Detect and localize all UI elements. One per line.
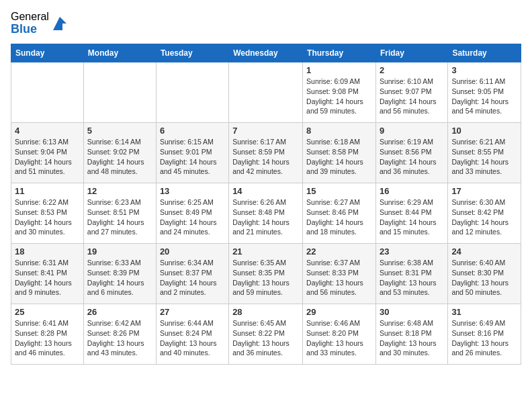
day-number: 26 xyxy=(87,307,152,317)
header-row: SundayMondayTuesdayWednesdayThursdayFrid… xyxy=(11,44,521,62)
calendar-cell xyxy=(83,62,156,123)
calendar-cell: 23Sunrise: 6:38 AMSunset: 8:31 PMDayligh… xyxy=(375,244,447,304)
calendar-table: SundayMondayTuesdayWednesdayThursdayFrid… xyxy=(11,44,521,365)
day-info: Sunrise: 6:46 AMSunset: 8:20 PMDaylight:… xyxy=(306,318,372,358)
column-header-wednesday: Wednesday xyxy=(229,44,303,62)
column-header-monday: Monday xyxy=(83,44,156,62)
day-info: Sunrise: 6:26 AMSunset: 8:48 PMDaylight:… xyxy=(232,197,299,237)
logo: General Blue xyxy=(11,11,69,36)
column-header-friday: Friday xyxy=(375,44,447,62)
calendar-cell: 24Sunrise: 6:40 AMSunset: 8:30 PMDayligh… xyxy=(448,244,521,304)
calendar-cell: 10Sunrise: 6:21 AMSunset: 8:55 PMDayligh… xyxy=(448,123,521,183)
day-number: 25 xyxy=(15,307,80,317)
day-info: Sunrise: 6:23 AMSunset: 8:51 PMDaylight:… xyxy=(87,197,152,237)
day-number: 18 xyxy=(15,246,80,257)
column-header-sunday: Sunday xyxy=(11,44,84,62)
day-number: 10 xyxy=(451,126,517,136)
day-number: 7 xyxy=(232,126,299,136)
day-number: 13 xyxy=(160,186,225,196)
calendar-cell xyxy=(11,62,84,123)
day-info: Sunrise: 6:34 AMSunset: 8:37 PMDaylight:… xyxy=(160,258,225,298)
day-info: Sunrise: 6:13 AMSunset: 9:04 PMDaylight:… xyxy=(15,137,80,177)
day-number: 12 xyxy=(87,186,152,196)
column-header-tuesday: Tuesday xyxy=(156,44,228,62)
day-number: 14 xyxy=(232,186,299,196)
week-row-1: 1Sunrise: 6:09 AMSunset: 9:08 PMDaylight… xyxy=(11,62,521,123)
calendar-cell xyxy=(156,62,228,123)
day-info: Sunrise: 6:33 AMSunset: 8:39 PMDaylight:… xyxy=(87,258,152,298)
day-number: 5 xyxy=(87,126,152,136)
day-info: Sunrise: 6:30 AMSunset: 8:42 PMDaylight:… xyxy=(451,197,517,237)
day-number: 15 xyxy=(306,186,372,196)
day-info: Sunrise: 6:19 AMSunset: 8:56 PMDaylight:… xyxy=(380,137,444,177)
day-number: 17 xyxy=(451,186,517,196)
calendar-cell: 15Sunrise: 6:27 AMSunset: 8:46 PMDayligh… xyxy=(303,183,376,244)
day-number: 3 xyxy=(451,65,517,75)
calendar-cell: 29Sunrise: 6:46 AMSunset: 8:20 PMDayligh… xyxy=(303,304,376,365)
day-number: 1 xyxy=(306,65,372,75)
calendar-cell: 1Sunrise: 6:09 AMSunset: 9:08 PMDaylight… xyxy=(303,62,376,123)
logo-icon xyxy=(50,14,69,33)
day-number: 22 xyxy=(306,246,372,257)
calendar-cell: 17Sunrise: 6:30 AMSunset: 8:42 PMDayligh… xyxy=(448,183,521,244)
calendar-cell: 21Sunrise: 6:35 AMSunset: 8:35 PMDayligh… xyxy=(229,244,303,304)
day-info: Sunrise: 6:35 AMSunset: 8:35 PMDaylight:… xyxy=(232,258,299,298)
day-number: 11 xyxy=(15,186,80,196)
day-info: Sunrise: 6:49 AMSunset: 8:16 PMDaylight:… xyxy=(451,318,517,358)
day-info: Sunrise: 6:17 AMSunset: 8:59 PMDaylight:… xyxy=(232,137,299,177)
calendar-cell: 8Sunrise: 6:18 AMSunset: 8:58 PMDaylight… xyxy=(303,123,376,183)
column-header-thursday: Thursday xyxy=(303,44,376,62)
day-info: Sunrise: 6:45 AMSunset: 8:22 PMDaylight:… xyxy=(232,318,299,358)
svg-marker-0 xyxy=(53,17,66,30)
day-number: 29 xyxy=(306,307,372,317)
day-info: Sunrise: 6:48 AMSunset: 8:18 PMDaylight:… xyxy=(380,318,444,358)
day-number: 30 xyxy=(380,307,444,317)
logo-blue: Blue xyxy=(11,23,49,36)
calendar-cell: 18Sunrise: 6:31 AMSunset: 8:41 PMDayligh… xyxy=(11,244,84,304)
day-number: 23 xyxy=(380,246,444,257)
day-number: 8 xyxy=(306,126,372,136)
day-info: Sunrise: 6:25 AMSunset: 8:49 PMDaylight:… xyxy=(160,197,225,237)
calendar-cell: 3Sunrise: 6:11 AMSunset: 9:05 PMDaylight… xyxy=(448,62,521,123)
calendar-cell: 26Sunrise: 6:42 AMSunset: 8:26 PMDayligh… xyxy=(83,304,156,365)
week-row-5: 25Sunrise: 6:41 AMSunset: 8:28 PMDayligh… xyxy=(11,304,521,365)
day-info: Sunrise: 6:15 AMSunset: 9:01 PMDaylight:… xyxy=(160,137,225,177)
day-number: 2 xyxy=(380,65,444,75)
day-info: Sunrise: 6:37 AMSunset: 8:33 PMDaylight:… xyxy=(306,258,372,298)
day-info: Sunrise: 6:27 AMSunset: 8:46 PMDaylight:… xyxy=(306,197,372,237)
calendar-cell: 9Sunrise: 6:19 AMSunset: 8:56 PMDaylight… xyxy=(375,123,447,183)
day-info: Sunrise: 6:11 AMSunset: 9:05 PMDaylight:… xyxy=(451,77,517,116)
day-info: Sunrise: 6:14 AMSunset: 9:02 PMDaylight:… xyxy=(87,137,152,177)
calendar-cell: 14Sunrise: 6:26 AMSunset: 8:48 PMDayligh… xyxy=(229,183,303,244)
day-info: Sunrise: 6:31 AMSunset: 8:41 PMDaylight:… xyxy=(15,258,80,298)
day-number: 9 xyxy=(380,126,444,136)
calendar-cell xyxy=(229,62,303,123)
column-header-saturday: Saturday xyxy=(448,44,521,62)
day-number: 16 xyxy=(380,186,444,196)
calendar-cell: 28Sunrise: 6:45 AMSunset: 8:22 PMDayligh… xyxy=(229,304,303,365)
calendar-cell: 20Sunrise: 6:34 AMSunset: 8:37 PMDayligh… xyxy=(156,244,228,304)
calendar-cell: 7Sunrise: 6:17 AMSunset: 8:59 PMDaylight… xyxy=(229,123,303,183)
calendar-cell: 2Sunrise: 6:10 AMSunset: 9:07 PMDaylight… xyxy=(375,62,447,123)
calendar-header: SundayMondayTuesdayWednesdayThursdayFrid… xyxy=(11,44,521,62)
calendar-cell: 25Sunrise: 6:41 AMSunset: 8:28 PMDayligh… xyxy=(11,304,84,365)
day-number: 20 xyxy=(160,246,225,257)
day-number: 31 xyxy=(451,307,517,317)
day-info: Sunrise: 6:40 AMSunset: 8:30 PMDaylight:… xyxy=(451,258,517,298)
day-info: Sunrise: 6:10 AMSunset: 9:07 PMDaylight:… xyxy=(380,77,444,116)
day-number: 27 xyxy=(160,307,225,317)
calendar-body: 1Sunrise: 6:09 AMSunset: 9:08 PMDaylight… xyxy=(11,62,521,365)
day-number: 6 xyxy=(160,126,225,136)
day-info: Sunrise: 6:44 AMSunset: 8:24 PMDaylight:… xyxy=(160,318,225,358)
calendar-cell: 19Sunrise: 6:33 AMSunset: 8:39 PMDayligh… xyxy=(83,244,156,304)
day-info: Sunrise: 6:21 AMSunset: 8:55 PMDaylight:… xyxy=(451,137,517,177)
day-info: Sunrise: 6:42 AMSunset: 8:26 PMDaylight:… xyxy=(87,318,152,358)
day-info: Sunrise: 6:29 AMSunset: 8:44 PMDaylight:… xyxy=(380,197,444,237)
calendar-cell: 12Sunrise: 6:23 AMSunset: 8:51 PMDayligh… xyxy=(83,183,156,244)
day-info: Sunrise: 6:18 AMSunset: 8:58 PMDaylight:… xyxy=(306,137,372,177)
day-number: 19 xyxy=(87,246,152,257)
day-number: 4 xyxy=(15,126,80,136)
calendar-cell: 11Sunrise: 6:22 AMSunset: 8:53 PMDayligh… xyxy=(11,183,84,244)
calendar-cell: 5Sunrise: 6:14 AMSunset: 9:02 PMDaylight… xyxy=(83,123,156,183)
day-number: 21 xyxy=(232,246,299,257)
